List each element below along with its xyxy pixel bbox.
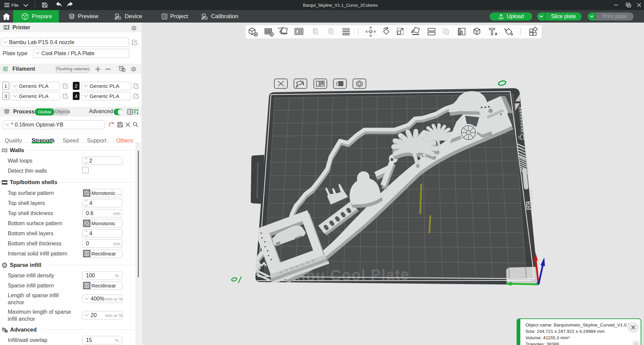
svg-text:File: File <box>11 3 19 8</box>
svg-text:PLA: PLA <box>528 190 534 200</box>
